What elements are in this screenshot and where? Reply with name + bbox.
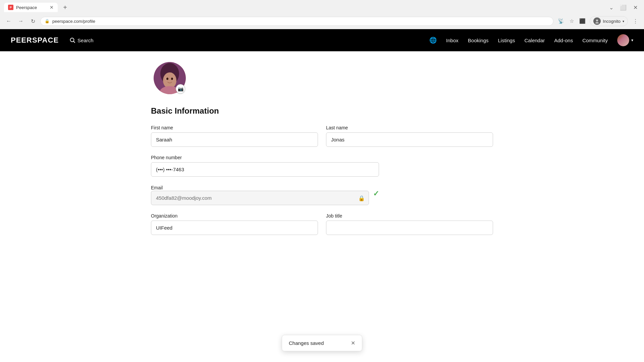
globe-icon[interactable]: 🌐: [429, 37, 437, 44]
user-menu-chevron-icon: ▾: [631, 38, 633, 43]
profile-avatar-section: 📷: [154, 62, 493, 96]
nav-bookings[interactable]: Bookings: [468, 38, 489, 43]
first-name-group: First name: [151, 125, 318, 147]
svg-line-3: [73, 41, 75, 43]
svg-point-10: [171, 78, 173, 80]
last-name-label: Last name: [326, 125, 493, 130]
avatar-camera-button[interactable]: 📷: [176, 84, 185, 94]
nav-addons[interactable]: Add-ons: [554, 38, 573, 43]
email-verified-checkmark-icon: ✓: [373, 189, 379, 198]
nav-community[interactable]: Community: [582, 38, 608, 43]
incognito-chevron-icon: ▾: [623, 19, 624, 23]
incognito-avatar: [593, 17, 601, 25]
camera-icon: 📷: [178, 86, 183, 92]
organization-input[interactable]: [151, 221, 318, 235]
browser-toolbar: ← → ↻ 🔒 peerspace.com/profile 📡 ☆ ⬛ Inco…: [0, 15, 644, 29]
org-job-row: Organization Job title: [151, 213, 493, 235]
section-title: Basic Information: [151, 106, 493, 116]
last-name-input[interactable]: [326, 132, 493, 147]
toolbar-icons: 📡 ☆ ⬛: [556, 16, 587, 26]
bookmark-star-icon[interactable]: ☆: [567, 16, 576, 26]
job-title-input[interactable]: [326, 221, 493, 235]
search-icon: [69, 37, 75, 43]
forward-button[interactable]: →: [16, 16, 25, 26]
url-text: peerspace.com/profile: [52, 19, 95, 24]
nav-listings[interactable]: Listings: [498, 38, 515, 43]
name-row: First name Last name: [151, 125, 493, 147]
email-row-container: Email 🔒 ✓: [151, 185, 493, 205]
email-input[interactable]: [151, 191, 369, 205]
site-logo[interactable]: PEERSPACE: [11, 36, 59, 45]
incognito-label: Incognito: [603, 19, 621, 24]
user-avatar-image: [617, 34, 629, 46]
avatar-container: 📷: [154, 62, 186, 94]
last-name-group: Last name: [326, 125, 493, 147]
svg-point-0: [596, 19, 598, 21]
reload-button[interactable]: ↻: [28, 16, 38, 26]
first-name-label: First name: [151, 125, 318, 130]
email-input-wrapper: 🔒: [151, 191, 369, 205]
email-lock-icon: 🔒: [358, 195, 365, 201]
nav-inbox[interactable]: Inbox: [446, 38, 459, 43]
job-title-group: Job title: [326, 213, 493, 235]
maximize-button[interactable]: ⬜: [619, 3, 628, 12]
tab-favicon: P: [8, 5, 13, 10]
browser-titlebar: P Peerspace ✕ + ⌄ ⬜ ✕: [0, 0, 644, 15]
svg-point-9: [166, 78, 168, 80]
extensions-icon[interactable]: ⬛: [578, 16, 587, 26]
back-button[interactable]: ←: [4, 16, 13, 26]
phone-row: Phone number: [151, 155, 493, 177]
tab-title: Peerspace: [16, 5, 37, 10]
tab-close-button[interactable]: ✕: [50, 5, 54, 10]
nav-user-section[interactable]: ▾: [617, 34, 633, 46]
address-bar[interactable]: 🔒 peerspace.com/profile: [40, 17, 553, 26]
security-lock-icon: 🔒: [45, 19, 50, 23]
nav-search-label: Search: [77, 38, 94, 43]
cast-icon[interactable]: 📡: [556, 16, 566, 26]
user-avatar-nav[interactable]: [617, 34, 629, 46]
first-name-input[interactable]: [151, 132, 318, 147]
phone-group: Phone number: [151, 155, 379, 177]
svg-point-1: [595, 22, 599, 23]
chrome-menu-icon[interactable]: ⋮: [631, 16, 640, 26]
organization-label: Organization: [151, 213, 318, 219]
svg-point-6: [163, 72, 176, 88]
window-controls: ⌄ ⬜ ✕: [606, 3, 640, 12]
job-title-label: Job title: [326, 213, 493, 219]
site-navigation: PEERSPACE Search 🌐 Inbox Bookings Listin…: [0, 29, 644, 51]
incognito-badge[interactable]: Incognito ▾: [590, 16, 628, 26]
basic-info-section: Basic Information First name Last name P…: [151, 106, 493, 235]
nav-search-button[interactable]: Search: [69, 37, 94, 43]
close-window-button[interactable]: ✕: [631, 3, 640, 12]
organization-group: Organization: [151, 213, 318, 235]
main-content: 📷 Basic Information First name Last name…: [138, 51, 506, 263]
new-tab-button[interactable]: +: [60, 3, 70, 12]
nav-calendar[interactable]: Calendar: [524, 38, 545, 43]
phone-label: Phone number: [151, 155, 379, 160]
phone-input[interactable]: [151, 162, 379, 177]
minimize-button[interactable]: ⌄: [606, 3, 616, 12]
browser-chrome: P Peerspace ✕ + ⌄ ⬜ ✕ ← → ↻ 🔒 peerspace.…: [0, 0, 644, 29]
email-label: Email: [151, 185, 163, 190]
browser-tab[interactable]: P Peerspace ✕: [4, 3, 58, 12]
nav-links: 🌐 Inbox Bookings Listings Calendar Add-o…: [429, 34, 633, 46]
